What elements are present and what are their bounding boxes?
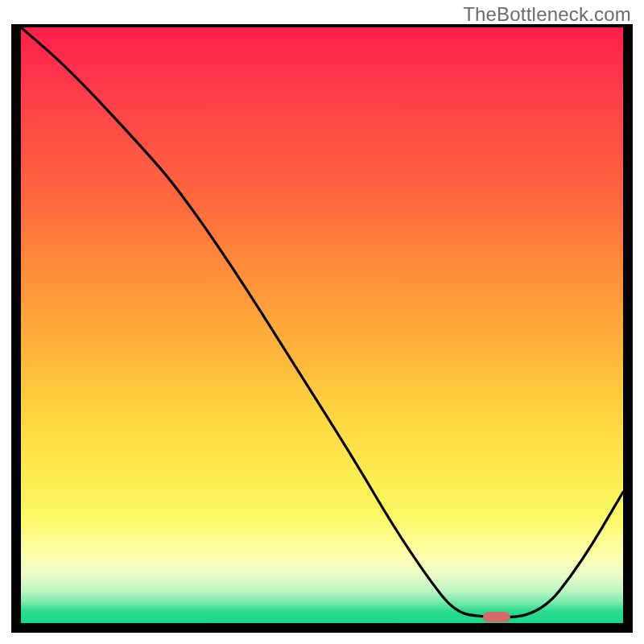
bottleneck-curve	[21, 27, 623, 617]
chart-frame	[11, 24, 633, 633]
watermark-text: TheBottleneck.com	[463, 3, 631, 26]
curve-layer	[21, 27, 623, 623]
plot-area	[21, 27, 623, 623]
chart-container: TheBottleneck.com	[0, 0, 644, 644]
optimal-point-marker	[483, 612, 510, 622]
